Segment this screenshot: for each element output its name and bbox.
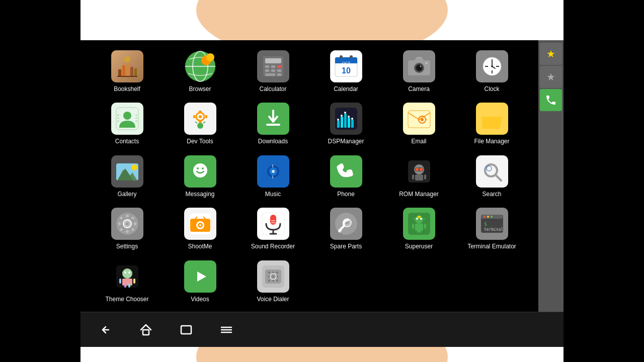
- app-themechooser[interactable]: Theme Chooser: [91, 255, 164, 308]
- app-messaging[interactable]: Messaging: [164, 150, 236, 203]
- svg-rect-58: [199, 121, 202, 123]
- svg-point-149: [484, 216, 486, 218]
- svg-rect-70: [348, 118, 350, 128]
- app-grid-container: Bookshelf Browser: [80, 40, 564, 312]
- app-clock[interactable]: Clock: [455, 45, 528, 98]
- voicedialer-label: Voice Dialer: [257, 296, 289, 303]
- app-calculator[interactable]: Calculator: [236, 45, 309, 98]
- app-search[interactable]: Search: [455, 150, 528, 203]
- svg-rect-51: [135, 115, 137, 116]
- rommanager-icon: [403, 155, 435, 188]
- app-browser[interactable]: Browser: [164, 45, 236, 98]
- svg-rect-179: [143, 330, 149, 335]
- app-dspmanager[interactable]: DSPManager: [309, 98, 382, 150]
- app-devtools[interactable]: Dev Tools: [164, 98, 236, 150]
- svg-rect-164: [128, 284, 130, 288]
- svg-point-177: [276, 280, 278, 282]
- svg-point-72: [337, 119, 339, 121]
- svg-rect-144: [417, 229, 419, 233]
- menu-button[interactable]: [216, 320, 236, 340]
- app-contacts[interactable]: Contacts: [91, 98, 164, 150]
- app-gallery[interactable]: Gallery: [91, 150, 164, 203]
- svg-rect-102: [415, 174, 423, 180]
- app-music[interactable]: Music: [236, 150, 309, 203]
- app-shootme[interactable]: ShootMe: [164, 203, 236, 255]
- svg-text:$ _: $ _: [484, 221, 494, 227]
- superuser-icon: [403, 208, 435, 240]
- svg-rect-14: [265, 65, 269, 68]
- svg-point-139: [416, 218, 418, 220]
- app-bookshelf[interactable]: Bookshelf: [91, 45, 164, 98]
- svg-rect-20: [265, 73, 275, 76]
- recents-button[interactable]: [176, 320, 196, 340]
- app-superuser[interactable]: Superuser: [382, 203, 455, 255]
- downloads-icon: [257, 103, 289, 135]
- videos-icon: [184, 260, 216, 293]
- dspmanager-label: DSPManager: [328, 138, 364, 145]
- svg-point-44: [491, 65, 493, 67]
- svg-rect-103: [412, 174, 414, 179]
- svg-point-100: [416, 168, 419, 171]
- camera-label: Camera: [408, 85, 430, 93]
- email-label: Email: [411, 138, 426, 145]
- svg-text:OCT: OCT: [342, 61, 350, 65]
- svg-rect-17: [265, 69, 269, 72]
- app-email[interactable]: Email: [382, 98, 455, 150]
- svg-point-173: [272, 276, 274, 278]
- svg-point-88: [197, 167, 199, 169]
- svg-point-169: [268, 272, 270, 274]
- svg-rect-1: [122, 65, 125, 76]
- favorite-star-1-button[interactable]: ★: [540, 43, 562, 65]
- svg-point-26: [350, 55, 353, 58]
- devtools-icon: [184, 103, 216, 135]
- svg-rect-143: [424, 224, 426, 229]
- filemanager-icon: [476, 103, 508, 135]
- app-spareparts[interactable]: Spare Parts: [309, 203, 382, 255]
- svg-point-76: [351, 118, 353, 120]
- home-button[interactable]: [136, 320, 156, 340]
- phone-shortcut-button[interactable]: [540, 89, 562, 111]
- svg-rect-95: [272, 175, 273, 178]
- app-settings[interactable]: Settings: [91, 203, 164, 255]
- svg-rect-162: [133, 279, 135, 284]
- svg-point-155: [122, 268, 132, 279]
- app-rommanager[interactable]: ROM Manager: [382, 150, 455, 203]
- app-videos[interactable]: Videos: [164, 255, 236, 308]
- dspmanager-icon: [330, 103, 362, 135]
- browser-icon: [184, 50, 216, 82]
- videos-label: Videos: [191, 296, 209, 303]
- app-voicedialer[interactable]: Voice Dialer: [236, 255, 309, 308]
- app-calendar[interactable]: 10 OCT Calendar: [309, 45, 382, 98]
- clock-label: Clock: [484, 85, 499, 93]
- svg-point-25: [340, 55, 343, 58]
- svg-point-151: [491, 216, 493, 218]
- svg-rect-141: [415, 224, 423, 231]
- svg-rect-0: [118, 69, 121, 76]
- calendar-icon: 10 OCT: [330, 50, 362, 82]
- calendar-label: Calendar: [334, 85, 358, 93]
- favorite-star-2-button[interactable]: ★: [540, 66, 562, 88]
- gallery-label: Gallery: [117, 191, 136, 198]
- app-soundrecorder[interactable]: Sound Recorder: [236, 203, 309, 255]
- app-phone[interactable]: Phone: [309, 150, 382, 203]
- svg-point-175: [268, 280, 270, 282]
- voicedialer-icon: [257, 260, 289, 293]
- svg-rect-59: [193, 115, 195, 118]
- svg-rect-163: [124, 284, 126, 288]
- svg-rect-18: [271, 69, 275, 72]
- device-screen: Bookshelf Browser: [80, 0, 564, 362]
- app-downloads[interactable]: Downloads: [236, 98, 309, 150]
- email-icon: [403, 103, 435, 135]
- shootme-label: ShootMe: [188, 243, 212, 250]
- svg-rect-161: [119, 279, 121, 284]
- app-camera[interactable]: Camera: [382, 45, 455, 98]
- app-filemanager[interactable]: File Manager: [455, 98, 528, 150]
- svg-rect-145: [419, 229, 421, 233]
- svg-point-33: [420, 66, 421, 67]
- svg-rect-53: [135, 121, 137, 122]
- svg-point-171: [276, 272, 278, 274]
- app-terminal[interactable]: $ _ terminal Terminal Emulator: [455, 203, 528, 255]
- back-button[interactable]: [96, 320, 116, 340]
- svg-text:terminal: terminal: [484, 227, 504, 232]
- bottom-navigation-bar: [80, 312, 564, 347]
